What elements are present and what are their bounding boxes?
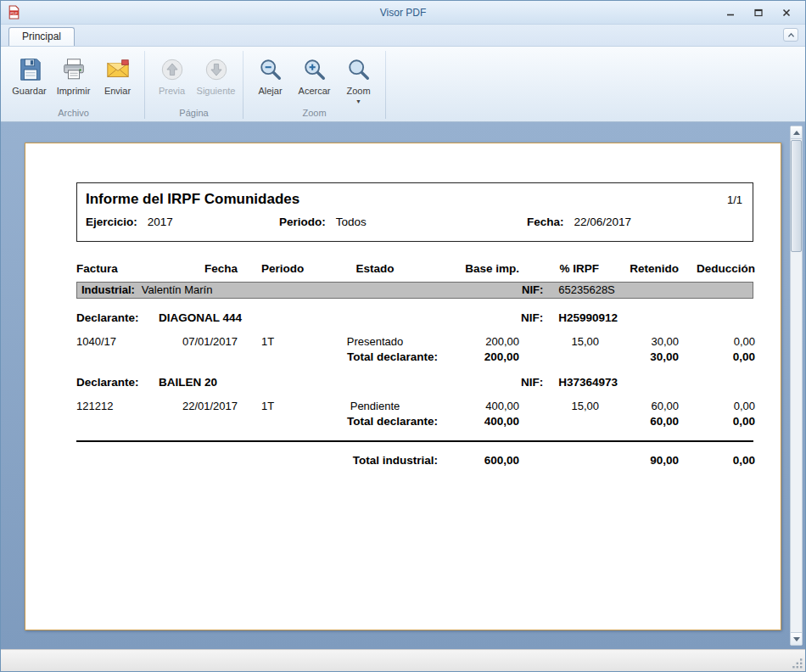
total-base: 600,00: [438, 454, 519, 467]
nif-value: H25990912: [558, 311, 618, 324]
imprimir-button[interactable]: Imprimir: [53, 51, 94, 97]
summary-divider: [76, 440, 753, 442]
nif-label: NIF:: [522, 283, 543, 296]
total-base: 400,00: [438, 415, 519, 428]
ejercicio-value: 2017: [148, 216, 173, 228]
col-retenido: Retenido: [599, 262, 679, 275]
scrollbar-thumb[interactable]: [791, 140, 802, 252]
ribbon-separator: [243, 51, 243, 119]
industrial-name: Valentín Marín: [142, 283, 213, 296]
col-deduccion: Deducción: [679, 262, 755, 275]
total-base: 200,00: [438, 350, 519, 363]
printer-icon: [60, 56, 87, 82]
total-retenido: 60,00: [599, 415, 679, 428]
chevron-up-icon: [787, 32, 795, 38]
col-irpf: % IRPF: [519, 262, 599, 275]
table-header-row: Factura Fecha Periodo Estado Base imp. %…: [76, 262, 753, 275]
collapse-ribbon-button[interactable]: [783, 28, 798, 42]
cell-deduccion: 0,00: [679, 400, 755, 412]
meta-periodo: Periodo:Todos: [279, 216, 367, 228]
maximize-button[interactable]: [753, 7, 764, 18]
col-periodo: Periodo: [238, 262, 312, 275]
ribbon-tab-row: Principal: [1, 25, 805, 46]
total-declarante-label: Total declarante:: [76, 415, 438, 428]
cell-deduccion: 0,00: [679, 335, 755, 348]
guardar-button[interactable]: Guardar: [8, 51, 50, 97]
close-button[interactable]: [781, 7, 792, 18]
col-fecha: Fecha: [161, 262, 238, 275]
ejercicio-label: Ejercicio:: [86, 216, 137, 228]
magnifier-icon: [345, 56, 372, 82]
save-icon: [16, 56, 42, 82]
group-label-zoom: Zoom: [249, 106, 379, 121]
industrial-nif: NIF:65235628S: [522, 283, 615, 298]
declarante-label: Declarante:: [76, 311, 139, 324]
chevron-down-icon: ▼: [355, 99, 361, 104]
alejar-button[interactable]: Alejar: [249, 51, 291, 97]
total-industrial-row: Total industrial: 600,00 90,00 0,00: [76, 454, 753, 467]
cell-fecha: 07/01/2017: [161, 335, 238, 348]
declarante-label: Declarante:: [76, 376, 139, 389]
status-bar: [1, 649, 805, 671]
industrial-label: Industrial:: [81, 283, 135, 296]
ribbon-separator: [144, 51, 145, 119]
titlebar[interactable]: PDF Visor PDF: [1, 1, 805, 25]
cell-periodo: 1T: [238, 335, 312, 348]
col-factura: Factura: [76, 262, 161, 275]
invoice-row: 121212 22/01/2017 1T Pendiente 400,00 15…: [76, 400, 753, 412]
ribbon-group-pagina: Previa Siguiente Página: [147, 48, 241, 121]
cell-base: 200,00: [438, 335, 519, 348]
cell-fecha: 22/01/2017: [161, 400, 238, 412]
nif-label: NIF:: [521, 311, 543, 324]
meta-ejercicio: Ejercicio:2017: [86, 216, 173, 228]
acercar-label: Acercar: [299, 86, 331, 96]
cell-periodo: 1T: [238, 400, 312, 412]
cell-factura: 1040/17: [76, 335, 161, 348]
total-deduccion: 0,00: [679, 350, 755, 363]
col-estado: Estado: [312, 262, 438, 275]
window-title: Visor PDF: [1, 7, 805, 19]
ribbon-separator: [385, 51, 386, 119]
declarante-nif: NIF:H37364973: [521, 376, 618, 389]
zoom-out-icon: [257, 56, 283, 82]
enviar-button[interactable]: Enviar: [97, 51, 138, 97]
imprimir-label: Imprimir: [57, 86, 91, 96]
tab-principal[interactable]: Principal: [8, 27, 75, 46]
scroll-up-button[interactable]: [791, 126, 802, 139]
acercar-button[interactable]: Acercar: [294, 51, 335, 97]
guardar-label: Guardar: [12, 86, 46, 96]
siguiente-label: Siguiente: [197, 86, 236, 96]
cell-base: 400,00: [438, 400, 519, 412]
fecha-value: 22/06/2017: [574, 216, 632, 228]
declarante-name: BAILEN 20: [159, 376, 217, 389]
cell-retenido: 60,00: [599, 400, 679, 412]
invoice-row: 1040/17 07/01/2017 1T Presentado 200,00 …: [76, 335, 753, 348]
total-declarante-label: Total declarante:: [76, 350, 438, 363]
col-base-imp: Base imp.: [438, 262, 519, 275]
vertical-scrollbar[interactable]: [790, 126, 803, 646]
nif-label: NIF:: [521, 376, 543, 389]
zoom-label: Zoom: [346, 86, 370, 96]
declarante-row: Declarante: DIAGONAL 444 NIF:H25990912: [76, 311, 753, 326]
total-declarante-row: Total declarante: 400,00 60,00 0,00: [76, 415, 753, 428]
periodo-label: Periodo:: [279, 216, 326, 228]
cell-factura: 121212: [76, 400, 161, 412]
siguiente-button: Siguiente: [195, 51, 237, 97]
minimize-button[interactable]: [725, 7, 736, 18]
document-viewport[interactable]: Informe del IRPF Comunidades 1/1 Ejercic…: [1, 122, 805, 649]
cell-irpf: 15,00: [519, 335, 599, 348]
total-retenido: 90,00: [599, 454, 679, 467]
declarante-nif: NIF:H25990912: [521, 311, 618, 324]
report-title: Informe del IRPF Comunidades: [86, 191, 299, 208]
zoom-dropdown-button[interactable]: Zoom ▼: [338, 51, 379, 105]
resize-grip[interactable]: [792, 658, 803, 669]
pdf-page: Informe del IRPF Comunidades 1/1 Ejercic…: [25, 143, 781, 630]
total-deduccion: 0,00: [679, 454, 755, 467]
ribbon-group-archivo: Guardar Imprimir: [4, 48, 143, 121]
visor-pdf-window: PDF Visor PDF Principal: [0, 0, 806, 672]
scroll-down-button[interactable]: [791, 632, 802, 645]
arrow-up-icon: [793, 131, 800, 135]
zoom-in-icon: [301, 56, 327, 82]
previa-label: Previa: [159, 86, 185, 96]
industrial-row: Industrial:Valentín Marín NIF:65235628S: [76, 282, 753, 299]
